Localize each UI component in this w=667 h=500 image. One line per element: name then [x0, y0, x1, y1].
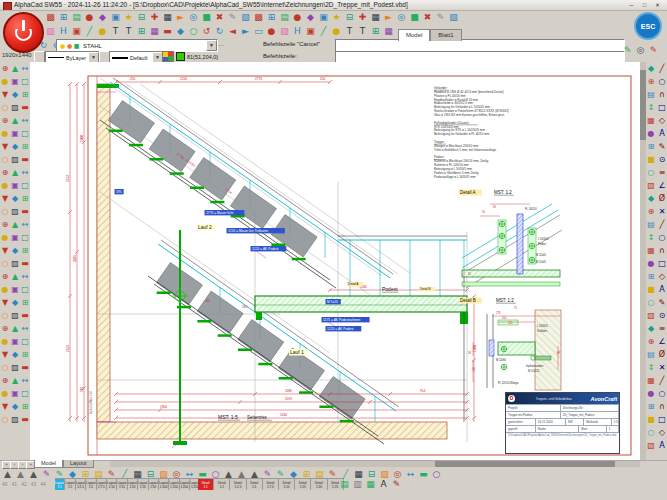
toolbar-icon[interactable]: ✎ [390, 478, 403, 490]
toolbar-icon[interactable]: ○ [0, 413, 10, 426]
toolbar-icon[interactable]: ▨ [10, 413, 20, 426]
toolbar-icon[interactable]: ◇ [657, 426, 667, 439]
toolbar-icon[interactable]: ⊕ [0, 166, 10, 179]
toolbar-icon[interactable]: ⊙ [657, 309, 667, 322]
tab-model-top[interactable]: Model [398, 29, 430, 41]
toolbar-icon[interactable]: ▲ [10, 218, 20, 231]
toolbar-icon[interactable]: ▬ [161, 25, 174, 37]
toolbar-icon[interactable]: ▨ [10, 153, 20, 166]
toolbar-icon[interactable]: ✕ [657, 361, 667, 374]
toolbar-icon[interactable]: ◆ [174, 25, 187, 37]
toolbar-icon[interactable]: □ [20, 127, 30, 140]
toolbar-icon[interactable]: ▼ [0, 400, 10, 413]
toolbar-icon[interactable]: ◆ [96, 11, 109, 23]
toolbar-icon[interactable]: □ [20, 335, 30, 348]
toolbar-icon[interactable]: ◆ [10, 348, 20, 361]
close-button[interactable]: ✕ [652, 1, 663, 9]
toolbar-icon[interactable]: ▲ [14, 468, 27, 480]
toolbar-icon[interactable]: □ [20, 75, 30, 88]
toolbar-icon[interactable]: □ [657, 413, 667, 426]
toolbar-icon[interactable]: T [343, 25, 356, 37]
toolbar-icon[interactable]: ★ [330, 11, 343, 23]
toolbar-icon[interactable]: ▣ [317, 11, 330, 23]
toolbar-icon[interactable]: □ [20, 283, 30, 296]
toolbar-icon[interactable]: ↕ [646, 361, 656, 374]
toolbar-icon[interactable]: ○ [430, 468, 443, 480]
toolbar-icon[interactable]: ⊞ [20, 140, 30, 153]
toolbar-icon[interactable]: ⊞ [57, 11, 70, 23]
toolbar-icon[interactable]: ◆ [646, 192, 656, 205]
toolbar-icon[interactable]: ▣ [10, 335, 20, 348]
toolbar-icon[interactable]: ↔ [20, 374, 30, 387]
toolbar-icon[interactable]: ⊟ [343, 11, 356, 23]
toolbar-icon[interactable]: A [377, 478, 390, 490]
toolbar-icon[interactable]: ○ [646, 166, 656, 179]
toolbar-icon[interactable]: ⊞ [20, 88, 30, 101]
toolbar-icon[interactable]: □ [657, 101, 667, 114]
toolbar-icon[interactable]: ∩ [657, 400, 667, 413]
minimize-button[interactable]: ─ [626, 1, 637, 9]
page-number[interactable]: 41 [12, 481, 18, 487]
toolbar-icon[interactable]: ► [174, 11, 187, 23]
toolbar-icon[interactable]: ↻ [213, 25, 226, 37]
toolbar-icon[interactable]: ✎ [647, 44, 660, 56]
toolbar-icon[interactable]: ● [646, 257, 656, 270]
toolbar-icon[interactable]: ▦ [646, 374, 656, 387]
page-number[interactable]: 43 [31, 481, 37, 487]
toolbar-icon[interactable]: ✖ [421, 11, 434, 23]
toolbar-icon[interactable]: ✖ [213, 11, 226, 23]
toolbar-icon[interactable]: ◎ [395, 11, 408, 23]
toolbar-icon[interactable]: ● [0, 127, 10, 140]
toolbar-icon[interactable]: ∠ [657, 179, 667, 192]
toolbar-icon[interactable]: ◆ [304, 11, 317, 23]
toolbar-icon[interactable]: ▬ [20, 361, 30, 374]
toolbar-icon[interactable]: A [657, 439, 667, 452]
toolbar-icon[interactable]: ≡ [657, 322, 667, 335]
toolbar-icon[interactable]: ╱ [657, 374, 667, 387]
toolbar-icon[interactable]: ● [0, 335, 10, 348]
toolbar-icon[interactable]: ■ [408, 11, 421, 23]
toolbar-icon[interactable]: ↔ [20, 114, 30, 127]
toolbar-icon[interactable]: ◆ [646, 322, 656, 335]
toolbar-icon[interactable]: ▬ [20, 413, 30, 426]
toolbar-icon[interactable]: A [657, 127, 667, 140]
tab-model-bottom[interactable]: Model [34, 460, 63, 468]
toolbar-icon[interactable]: ► [239, 25, 252, 37]
toolbar-icon[interactable]: ╱ [83, 25, 96, 37]
toolbar-icon[interactable]: ▦ [364, 478, 377, 490]
toolbar-icon[interactable]: ▦ [382, 25, 395, 37]
toolbar-icon[interactable]: ▲ [10, 270, 20, 283]
toolbar-icon[interactable]: ⊕ [0, 322, 10, 335]
horizontal-scrollbar[interactable] [110, 461, 640, 467]
toolbar-icon[interactable]: ╱ [657, 218, 667, 231]
page-number[interactable]: 42 [21, 481, 27, 487]
toolbar-icon[interactable]: ◇ [657, 114, 667, 127]
toolbar-icon[interactable]: ● [330, 25, 343, 37]
toolbar-icon[interactable]: ▣ [109, 11, 122, 23]
toolbar-icon[interactable]: ✚ [148, 11, 161, 23]
toolbar-icon[interactable]: ↕ [646, 231, 656, 244]
vertical-scrollbar[interactable] [640, 62, 646, 460]
toolbar-icon[interactable]: ⊟ [135, 11, 148, 23]
tab-layout-bottom[interactable]: Layout [63, 460, 94, 468]
toolbar-icon[interactable]: ○ [646, 296, 656, 309]
toolbar-icon[interactable]: □ [657, 257, 667, 270]
hscroll-thumb[interactable] [435, 461, 615, 467]
toolbar-icon[interactable]: ↔ [20, 322, 30, 335]
toolbar-icon[interactable]: ▦ [148, 25, 161, 37]
toolbar-icon[interactable]: ▧ [447, 11, 460, 23]
toolbar-icon[interactable]: ▩ [44, 11, 57, 23]
toolbar-icon[interactable]: ■ [646, 413, 656, 426]
toolbar-icon[interactable]: ▧ [239, 11, 252, 23]
toolbar-icon[interactable]: ⊕ [646, 75, 656, 88]
toolbar-icon[interactable]: ◄ [226, 25, 239, 37]
toolbar-icon[interactable]: ▲ [10, 114, 20, 127]
esc-button[interactable]: ESC [634, 12, 662, 40]
toolbar-icon[interactable]: ⊕ [0, 374, 10, 387]
toolbar-icon[interactable]: ▤ [646, 88, 656, 101]
toolbar-icon[interactable]: ⊞ [20, 400, 30, 413]
toolbar-icon[interactable]: ▧ [646, 309, 656, 322]
toolbar-icon[interactable]: ▼ [0, 192, 10, 205]
toolbar-icon[interactable]: ○ [657, 387, 667, 400]
toolbar-icon[interactable]: ▣ [304, 25, 317, 37]
